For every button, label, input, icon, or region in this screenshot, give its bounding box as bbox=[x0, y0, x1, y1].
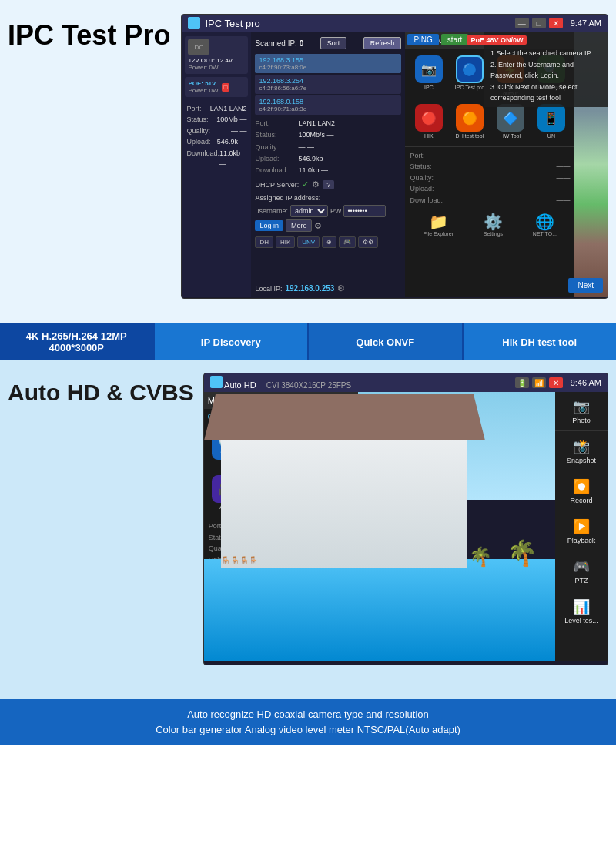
record-label: Record bbox=[570, 497, 592, 504]
photo-button[interactable]: 📷 Photo bbox=[555, 392, 608, 431]
local-ip-row: Local IP: 192.168.0.253 ⚙ bbox=[255, 283, 401, 293]
close-button[interactable]: ✕ bbox=[549, 18, 563, 28]
file-explorer-label: File Explorer bbox=[424, 231, 454, 236]
login-button[interactable]: Log in bbox=[255, 220, 283, 231]
maximize-button[interactable]: □ bbox=[532, 18, 546, 28]
playback-button[interactable]: ▶️ Playback bbox=[555, 512, 608, 551]
feature-4k[interactable]: 4K H.265/H.264 12MP 4000*3000P bbox=[0, 323, 155, 360]
resolution-display: CVI 3840X2160P 25FPS bbox=[266, 381, 351, 390]
photo-icon: 📷 bbox=[573, 398, 590, 415]
app-label-un: UN bbox=[547, 133, 555, 139]
unv-icon[interactable]: UNV bbox=[297, 236, 320, 248]
top-section: IPC Test Pro IPC Test pro — □ ✕ 9:47 AM … bbox=[0, 0, 616, 323]
ptz-button[interactable]: 🎮 PTZ bbox=[555, 552, 608, 591]
autohd-content: 🪑🪑🪑🪑 🌴 🌴 Multifunction Tester CVBS & HD … bbox=[204, 392, 608, 661]
dh-icon[interactable]: DH bbox=[255, 236, 273, 248]
refresh-button[interactable]: Refresh bbox=[363, 37, 402, 49]
scan-count: 0 bbox=[300, 39, 304, 48]
more-button[interactable]: More bbox=[286, 219, 313, 232]
poe-badge-area: PoE 48V ON/0W bbox=[467, 32, 527, 45]
autohd-right-sidebar: 📷 Photo 📸 Snapshot ⏺️ Record ▶️ Playback… bbox=[555, 392, 608, 661]
mac-address-3: c4:2f:90:71:a8:3e bbox=[259, 106, 397, 112]
app-hik[interactable]: 🔴 HIK bbox=[409, 101, 448, 142]
ip-address-2: 192.168.3.254 bbox=[259, 77, 397, 85]
username-select[interactable]: admin bbox=[290, 205, 328, 217]
record-button[interactable]: ⏺️ Record bbox=[555, 472, 608, 511]
tip-2: 2. Enter the Username and Password, clic… bbox=[490, 59, 601, 82]
start-button[interactable]: start bbox=[441, 34, 468, 45]
app-un[interactable]: 📱 UN bbox=[531, 101, 571, 142]
ip-list: 192.168.3.155 c4:2f:90:73:a8:0e 192.168.… bbox=[255, 54, 401, 115]
photo-label: Photo bbox=[572, 417, 591, 424]
config-icon[interactable]: ⚙⚙ bbox=[358, 236, 378, 248]
right-camera-panel: Tips 1.Select the searched camera IP. 2.… bbox=[405, 32, 608, 297]
quality-field-label: Quality: bbox=[255, 142, 293, 153]
autohd-minimize-button[interactable]: 🔋 bbox=[515, 377, 529, 388]
ip-item-1[interactable]: 192.168.3.155 c4:2f:90:73:a8:0e bbox=[255, 54, 401, 73]
ipc-test-window: IPC Test pro — □ ✕ 9:47 AM DC 12V OUT: 1… bbox=[181, 14, 608, 299]
app-hw[interactable]: 🔷 HW Tool bbox=[490, 101, 530, 142]
ptz-label: PTZ bbox=[575, 577, 588, 584]
ping-button[interactable]: PING bbox=[407, 34, 438, 45]
mac-address-1: c4:2f:90:73:a8:0e bbox=[259, 64, 397, 71]
feature-strip: 4K H.265/H.264 12MP 4000*3000P IP Discov… bbox=[0, 323, 616, 360]
roof-element bbox=[204, 394, 485, 440]
feature-ip-discovery[interactable]: IP Discovery bbox=[155, 323, 310, 360]
local-ip-settings-icon[interactable]: ⚙ bbox=[337, 283, 345, 293]
bottom-file-explorer[interactable]: 📁 File Explorer bbox=[424, 213, 454, 236]
onvif-icon[interactable]: ⊕ bbox=[322, 236, 336, 248]
power-label: Power: 0W bbox=[188, 64, 245, 71]
bottom-app-bar: 📁 File Explorer ⚙️ Settings 🌐 NET TO... bbox=[405, 209, 574, 239]
lan-info: Port:LAN1 LAN2 Status:100Mb/s — Quality:… bbox=[255, 118, 401, 176]
quality-val: — — bbox=[231, 126, 247, 136]
sort-button[interactable]: Sort bbox=[320, 37, 347, 49]
connection-info: Port:LAN1 LAN2 Status:100Mb — Quality:— … bbox=[185, 100, 248, 172]
level-test-button[interactable]: 📊 Level tes... bbox=[555, 592, 608, 631]
autohd-title: Auto HD & CVBS bbox=[8, 373, 194, 407]
next-button[interactable]: Next bbox=[568, 278, 603, 293]
settings-icon[interactable]: ⚙ bbox=[314, 221, 322, 231]
port-field-val: LAN1 LAN2 bbox=[298, 118, 335, 129]
bottom-settings[interactable]: ⚙️ Settings bbox=[484, 213, 503, 236]
app-icon-un: 📱 bbox=[537, 104, 565, 132]
feature-quick-onvf[interactable]: Quick ONVF bbox=[309, 323, 464, 360]
bottom-section: Auto HD & CVBS Auto HD CVI 3840X2160P 25… bbox=[0, 360, 616, 699]
app-icon-hw: 🔷 bbox=[497, 104, 524, 132]
app-label-ipctest: IPC Test pro bbox=[455, 85, 484, 91]
app-ipctest[interactable]: 🔵 IPC Test pro bbox=[450, 52, 489, 99]
minimize-button[interactable]: — bbox=[515, 18, 529, 28]
scan-panel: Scanned IP: 0 Sort Refresh 192.168.3.155… bbox=[251, 32, 405, 297]
dhcp-help-button[interactable]: ? bbox=[323, 180, 334, 189]
autohd-close-button[interactable]: ✕ bbox=[549, 377, 563, 388]
snapshot-button[interactable]: 📸 Snapshot bbox=[555, 432, 608, 471]
download-val: 11.0kb — bbox=[219, 148, 246, 170]
hik-icon[interactable]: HIK bbox=[276, 236, 295, 248]
app-dh[interactable]: 🟠 DH test tool bbox=[450, 101, 489, 142]
password-input[interactable] bbox=[343, 205, 386, 217]
ip-item-3[interactable]: 192.168.0.158 c4:2f:90:71:a8:3e bbox=[255, 95, 401, 115]
bottom-nettool[interactable]: 🌐 NET TO... bbox=[533, 213, 557, 236]
poe-checkbox[interactable]: □ bbox=[222, 83, 230, 92]
upload-field-label: Upload: bbox=[255, 153, 293, 165]
autohd-wifi-button[interactable]: 📶 bbox=[532, 377, 546, 388]
description-area: Auto recognize HD coaxial camera type an… bbox=[0, 699, 616, 745]
description-line2: Color bar generator Analog video level m… bbox=[12, 722, 604, 738]
quality-field-val: — — bbox=[298, 142, 314, 153]
app-ipc[interactable]: 📷 IPC bbox=[409, 52, 448, 99]
ptz-icon[interactable]: 🎮 bbox=[339, 236, 356, 248]
app-label-dh: DH test tool bbox=[456, 133, 484, 139]
feature-hik-dh[interactable]: Hik DH test tool bbox=[464, 323, 617, 360]
camera-scene: 🪑🪑🪑🪑 🌴 🌴 bbox=[204, 392, 555, 661]
chairs-element: 🪑🪑🪑🪑 bbox=[221, 556, 258, 564]
app-icon-hik: 🔴 bbox=[415, 104, 443, 132]
app-label-ipc: IPC bbox=[424, 85, 434, 91]
playback-label: Playback bbox=[567, 537, 596, 544]
house-element bbox=[221, 433, 467, 568]
local-ip-value: 192.168.0.253 bbox=[285, 284, 334, 293]
dc-icon: DC bbox=[188, 39, 209, 55]
ip-item-2[interactable]: 192.168.3.254 c4:2f:86:56:a6:7e bbox=[255, 75, 401, 94]
dhcp-settings-icon[interactable]: ⚙ bbox=[312, 179, 320, 189]
upload-val: 546.9k — bbox=[217, 136, 247, 147]
pw-label: PW bbox=[330, 207, 342, 215]
poe-power: Power: 0W bbox=[188, 87, 218, 94]
